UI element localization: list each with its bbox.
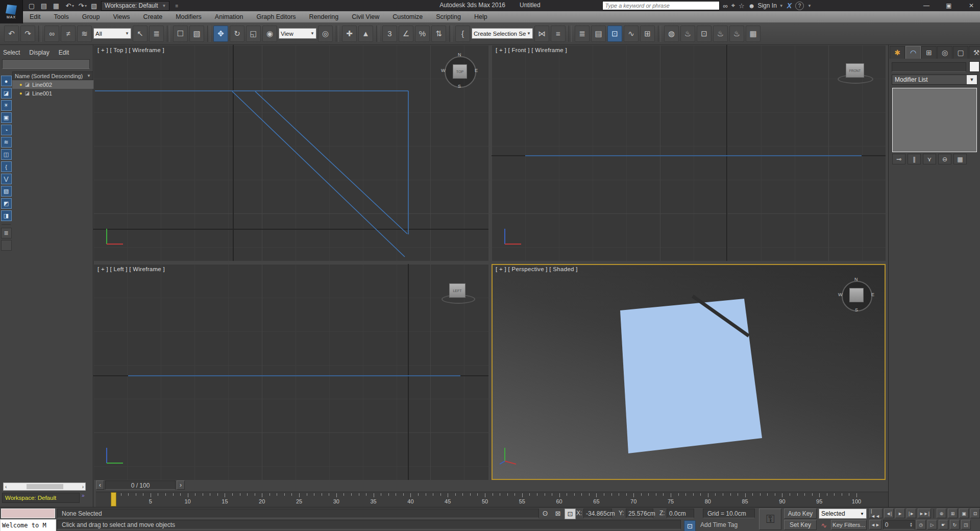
visibility-bulb-icon[interactable]: ● (19, 91, 22, 96)
modifier-list-dropdown[interactable]: Modifier List ▼ (892, 75, 977, 85)
rendered-frame-icon[interactable]: ⊡ (697, 26, 712, 42)
next-frame-button[interactable]: |► (906, 509, 916, 518)
select-by-name-icon[interactable]: ≣ (149, 26, 164, 42)
restore-button[interactable]: ▣ (944, 2, 953, 9)
explorer-horizontal-scrollbar[interactable]: ‹ › (3, 482, 86, 491)
viewcube-perspective[interactable] (849, 288, 864, 302)
select-object-icon[interactable]: ↖ (133, 26, 148, 42)
viewport-left[interactable]: [ + ] [ Left ] [ Wireframe ] LEFT (93, 264, 488, 480)
ribbon-toggle-icon[interactable]: ▤ (591, 26, 606, 42)
maximize-viewport-button[interactable]: ◳ (961, 520, 971, 529)
object-name-field[interactable] (892, 62, 966, 72)
z-coordinate-field[interactable]: 0.0cm (667, 509, 694, 518)
time-configuration-button[interactable]: ◷ (916, 520, 926, 529)
time-slider-ruler[interactable]: 0510152025303540455055606570758085909510… (96, 492, 888, 507)
display-geometry-icon[interactable]: ● (1, 76, 12, 86)
curve-editor-icon[interactable]: ∿ (624, 26, 639, 42)
favorites-icon[interactable]: ☆ (739, 2, 745, 10)
exchange-apps-icon[interactable]: X (787, 2, 792, 10)
orbit-button[interactable]: ↻ (950, 520, 960, 529)
configure-modifier-sets-button[interactable]: ▦ (953, 154, 967, 164)
explorer-menu-display[interactable]: Display (29, 49, 49, 56)
menu-scripting[interactable]: Scripting (436, 13, 461, 20)
mirror-icon[interactable]: ⋈ (534, 26, 549, 42)
visibility-bulb-icon[interactable]: ● (19, 82, 22, 87)
set-key-button[interactable]: Set Key (784, 520, 817, 530)
ref-coord-dropdown[interactable]: View▼ (279, 28, 316, 39)
tab-hierarchy[interactable]: ⊞ (921, 46, 937, 59)
select-link-icon[interactable]: ∞ (44, 26, 59, 42)
layer-manager-icon[interactable]: ≣ (575, 26, 590, 42)
menu-customize[interactable]: Customize (393, 13, 423, 20)
bind-spacewarp-icon[interactable]: ≋ (77, 26, 92, 42)
frame-spinner[interactable]: ▲▼ (910, 522, 913, 527)
maxscript-mini-listener[interactable] (1, 509, 55, 518)
save-file-icon[interactable]: ▦ (51, 1, 61, 10)
add-time-tag[interactable]: Add Time Tag (700, 521, 738, 528)
edit-named-selections-icon[interactable]: { (455, 26, 470, 42)
display-helpers-icon[interactable]: ◔ (1, 125, 12, 135)
isolate-selection-icon[interactable]: ʘ (540, 509, 550, 518)
select-place-icon[interactable]: ◉ (262, 26, 277, 42)
display-frozen-icon[interactable]: ◨ (1, 210, 12, 221)
zoom-button[interactable]: ⊕ (937, 509, 946, 518)
viewport-top-label[interactable]: [ + ] [ Top ] [ Wireframe ] (97, 47, 164, 53)
menu-animation[interactable]: Animation (215, 13, 243, 20)
scroll-right-icon[interactable]: › (82, 484, 84, 490)
auto-key-button[interactable]: Auto Key (784, 509, 817, 519)
explorer-menu-select[interactable]: Select (3, 49, 20, 56)
menu-modifiers[interactable]: Modifiers (176, 13, 202, 20)
max-application-menu-button[interactable]: MAX (0, 0, 23, 23)
render-iterative-icon[interactable]: ♨ (729, 26, 744, 42)
show-end-result-button[interactable]: ∥ (908, 154, 921, 164)
explorer-menu-edit[interactable]: Edit (59, 49, 69, 56)
help-icon[interactable]: ? (795, 2, 804, 10)
new-scene-icon[interactable]: ▢ (27, 1, 37, 10)
tab-motion[interactable]: ◎ (937, 46, 952, 59)
menu-edit[interactable]: Edit (30, 13, 41, 20)
menu-tools[interactable]: Tools (54, 13, 69, 20)
menu-group[interactable]: Group (82, 13, 100, 20)
display-spacewarps-icon[interactable]: ≋ (1, 137, 12, 148)
modifier-stack-list[interactable] (892, 88, 977, 152)
search-input[interactable] (602, 1, 720, 10)
scrollbar-thumb[interactable] (27, 484, 63, 489)
key-filters-button[interactable]: Key Filters... (831, 520, 867, 530)
object-color-swatch[interactable] (969, 61, 979, 72)
workspace-dropdown[interactable]: Workspace: Default ▼ (101, 1, 169, 11)
menu-civil-view[interactable]: Civil View (352, 13, 379, 20)
viewport-perspective-label[interactable]: [ + ] [ Perspective ] [ Shaded ] (496, 266, 578, 272)
display-materials-icon[interactable]: ◩ (1, 198, 12, 209)
material-editor-icon[interactable]: ◍ (664, 26, 679, 42)
y-coordinate-field[interactable]: 25.576cm (626, 509, 653, 518)
unlink-selection-icon[interactable]: ≠ (61, 26, 76, 42)
viewport-front[interactable]: [ + ] [ Front ] [ Wireframe ] FRONT (492, 45, 886, 261)
display-bones-icon[interactable]: ⋁ (1, 174, 12, 184)
previous-frame-arrow[interactable]: ‹ (96, 480, 104, 490)
workspace-chevrons-icon[interactable]: » (82, 493, 85, 498)
key-set-dropdown[interactable]: Selected ▼ (819, 509, 867, 519)
menu-views[interactable]: Views (113, 13, 130, 20)
zoom-extents-all-button[interactable]: ⊡ (970, 509, 980, 518)
current-frame-field[interactable]: 0▲▼ (883, 520, 915, 529)
field-of-view-button[interactable]: ▷ (927, 520, 937, 529)
display-groups-icon[interactable]: ◫ (1, 149, 12, 160)
scene-explorer-icon[interactable]: ⊡ (607, 26, 622, 42)
viewcube-front[interactable]: FRONT (846, 63, 864, 78)
key-mode-toggle-button[interactable]: ◄► (869, 520, 881, 529)
sign-in-button[interactable]: ☻ Sign In ▼ (748, 2, 783, 10)
pan-view-button[interactable]: ☛ (939, 520, 948, 529)
close-button[interactable]: ✕ (967, 2, 976, 9)
render-production-icon[interactable]: ♨ (713, 26, 728, 42)
zoom-extents-button[interactable]: ▣ (959, 509, 969, 518)
rect-selection-region-icon[interactable]: ☐ (173, 26, 188, 42)
viewport-top[interactable]: [ + ] [ Top ] [ Wireframe ] N S E W TOP (93, 45, 488, 261)
display-containers-icon[interactable]: { (1, 161, 12, 172)
chevron-down-icon[interactable]: ▾ (72, 4, 74, 8)
display-xrefs-icon[interactable]: ▧ (1, 186, 12, 197)
snap-toggle-3d-icon[interactable]: 3 (382, 26, 397, 42)
play-button[interactable]: ► (895, 509, 905, 518)
render-cloud-icon[interactable]: ▦ (746, 26, 761, 42)
viewcube-top[interactable]: TOP (453, 64, 467, 79)
display-cameras-icon[interactable]: ▣ (1, 112, 12, 123)
